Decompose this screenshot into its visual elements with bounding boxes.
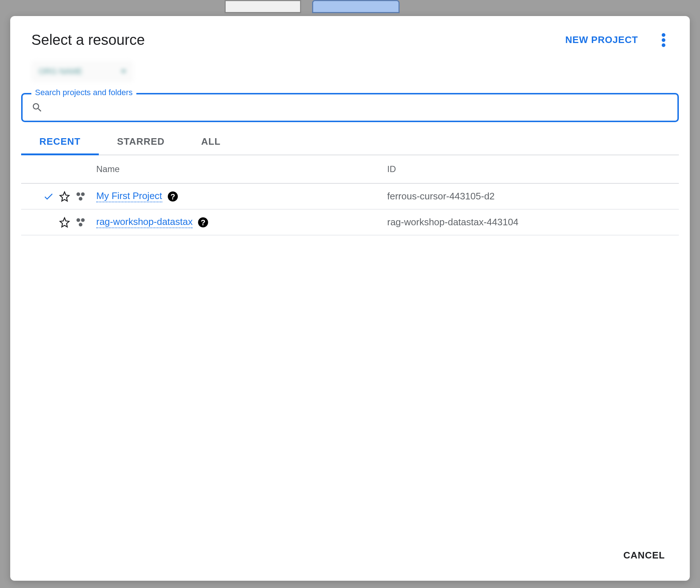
select-resource-dialog: Select a resource NEW PROJECT ORG NAME S… <box>10 16 690 581</box>
help-icon[interactable]: ? <box>167 191 178 202</box>
star-outline-icon[interactable] <box>59 191 70 202</box>
svg-point-0 <box>662 33 665 37</box>
row-icons <box>21 191 96 202</box>
row-name-cell: My First Project ? <box>96 190 387 202</box>
check-icon <box>43 191 54 202</box>
search-input[interactable] <box>43 102 669 113</box>
dialog-footer: CANCEL <box>10 534 690 581</box>
table-row[interactable]: My First Project ? ferrous-cursor-443105… <box>21 184 679 210</box>
dialog-header: Select a resource NEW PROJECT <box>10 16 690 57</box>
organization-selector[interactable]: ORG NAME <box>31 61 133 82</box>
search-box[interactable] <box>21 93 679 122</box>
tab-recent[interactable]: RECENT <box>21 129 99 155</box>
row-name-cell: rag-workshop-datastax ? <box>96 216 387 228</box>
project-type-icon <box>75 191 86 202</box>
tabs-container: RECENT STARRED ALL <box>21 129 679 155</box>
project-type-icon <box>75 217 86 228</box>
backdrop-graphic <box>225 0 410 14</box>
project-link[interactable]: My First Project <box>96 190 162 202</box>
more-options-button[interactable] <box>655 31 672 49</box>
row-icons <box>21 217 96 228</box>
project-table: Name ID My First Project <box>21 155 679 534</box>
dialog-title: Select a resource <box>31 32 145 48</box>
svg-text:?: ? <box>170 192 175 201</box>
search-icon <box>31 102 43 113</box>
search-container: Search projects and folders <box>21 93 679 122</box>
more-vert-icon <box>662 33 665 47</box>
project-link[interactable]: rag-workshop-datastax <box>96 216 192 228</box>
svg-point-5 <box>79 197 82 200</box>
column-header-name: Name <box>96 164 387 174</box>
svg-text:?: ? <box>201 218 206 227</box>
table-header: Name ID <box>21 155 679 184</box>
tab-starred[interactable]: STARRED <box>99 129 183 155</box>
svg-point-2 <box>662 43 665 47</box>
star-outline-icon[interactable] <box>59 217 70 228</box>
svg-point-9 <box>81 218 85 222</box>
table-row[interactable]: rag-workshop-datastax ? rag-workshop-dat… <box>21 210 679 235</box>
header-actions: NEW PROJECT <box>560 31 672 49</box>
project-id: rag-workshop-datastax-443104 <box>387 217 679 228</box>
cancel-button[interactable]: CANCEL <box>616 545 672 566</box>
search-legend: Search projects and folders <box>31 88 136 97</box>
column-header-id: ID <box>387 164 679 174</box>
new-project-button[interactable]: NEW PROJECT <box>560 31 644 49</box>
project-id: ferrous-cursor-443105-d2 <box>387 191 679 202</box>
svg-point-3 <box>77 192 80 196</box>
tab-all[interactable]: ALL <box>183 129 239 155</box>
svg-point-1 <box>662 38 665 42</box>
svg-point-4 <box>81 192 85 196</box>
svg-point-10 <box>79 223 82 226</box>
help-icon[interactable]: ? <box>198 217 209 228</box>
svg-point-8 <box>77 218 80 222</box>
